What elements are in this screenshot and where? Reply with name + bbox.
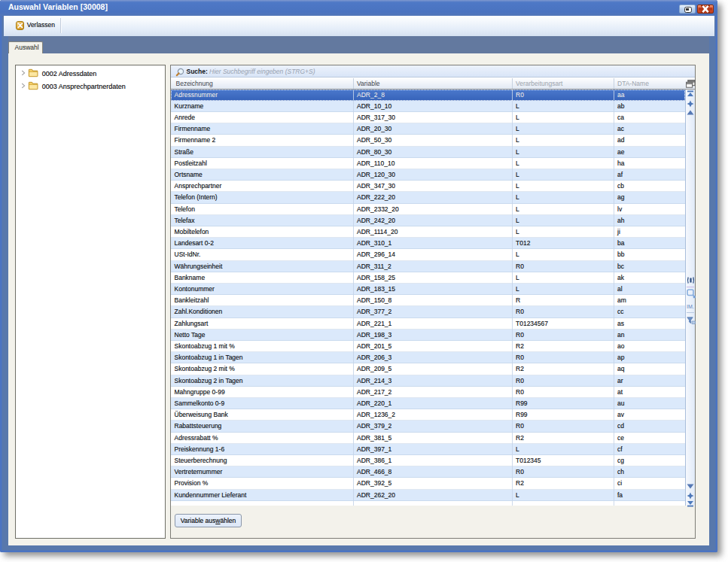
svg-text:IM.: IM. bbox=[687, 304, 694, 309]
